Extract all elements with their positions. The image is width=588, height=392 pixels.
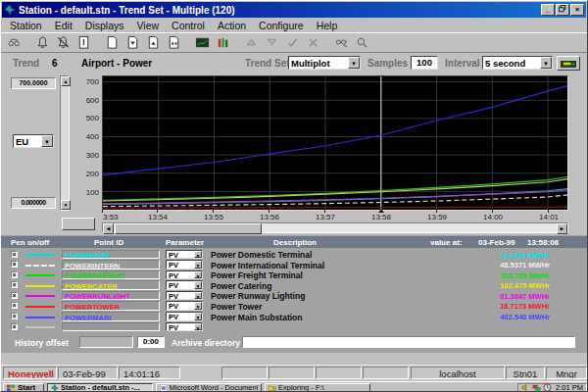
archive-directory-input[interactable] bbox=[242, 336, 575, 348]
lower-icon[interactable] bbox=[262, 34, 282, 52]
chevron-down-icon[interactable]: ▼ bbox=[194, 261, 202, 269]
horizontal-scrollbar[interactable]: ◀ ▶ bbox=[102, 222, 568, 233]
scroll-right-icon[interactable]: ▶ bbox=[557, 223, 567, 234]
start-button[interactable]: Start bbox=[3, 383, 44, 392]
history-offset-time[interactable]: 0:00 bbox=[137, 336, 165, 348]
operator-glasses-icon[interactable] bbox=[331, 34, 352, 52]
interval-value: 5 second bbox=[483, 57, 540, 69]
parameter-select[interactable]: PV▼ bbox=[166, 322, 203, 332]
trend-set-select[interactable]: Multiplot ▼ bbox=[288, 56, 361, 70]
zoom-icon[interactable] bbox=[352, 34, 372, 52]
page-icon[interactable] bbox=[102, 34, 122, 52]
pen-sample-line bbox=[25, 295, 55, 297]
menu-edit[interactable]: Edit bbox=[49, 19, 79, 32]
menu-action[interactable]: Action bbox=[212, 19, 253, 32]
menu-configure[interactable]: Configure bbox=[253, 19, 311, 32]
scroll-down-icon[interactable]: ▼ bbox=[61, 200, 71, 210]
pen-checkbox[interactable]: × bbox=[11, 271, 18, 278]
point-id-field[interactable]: POWERINTERN bbox=[62, 260, 160, 270]
scale-min-input[interactable]: 0.000000 bbox=[11, 197, 56, 209]
point-id-field[interactable]: POWERCATER bbox=[62, 280, 160, 290]
parameter-select[interactable]: PV▼ bbox=[166, 250, 203, 260]
parameter-select[interactable]: PV▼ bbox=[166, 260, 203, 270]
parameter-select[interactable]: PV▼ bbox=[166, 312, 203, 321]
volume-icon[interactable] bbox=[521, 383, 530, 392]
status-station: Stn01 bbox=[506, 367, 545, 379]
chevron-down-icon[interactable]: ▼ bbox=[194, 313, 202, 320]
pen-checkbox[interactable]: × bbox=[11, 251, 18, 258]
history-offset-input[interactable] bbox=[79, 336, 133, 348]
menu-help[interactable]: Help bbox=[311, 19, 345, 32]
interval-select[interactable]: 5 second ▼ bbox=[482, 56, 553, 70]
archive-directory-label: Archive directory bbox=[172, 338, 240, 348]
trend-plot[interactable] bbox=[102, 75, 568, 211]
chevron-down-icon[interactable]: ▼ bbox=[540, 57, 552, 69]
y-tick-label: 200 bbox=[86, 170, 99, 178]
pen-checkbox[interactable]: × bbox=[11, 323, 18, 330]
point-id-field[interactable]: POWERMAIN bbox=[62, 312, 160, 321]
chevron-down-icon[interactable]: ▼ bbox=[194, 281, 202, 289]
point-id-field[interactable]: POWERTOWER bbox=[62, 301, 160, 311]
scrollbar-thumb[interactable] bbox=[115, 223, 262, 234]
minimize-button[interactable]: _ bbox=[541, 4, 555, 16]
menu-displays[interactable]: Displays bbox=[79, 19, 131, 32]
chevron-down-icon[interactable]: ▼ bbox=[194, 271, 202, 279]
cursor-marker[interactable] bbox=[378, 209, 384, 213]
menu-station[interactable]: Station bbox=[4, 19, 49, 32]
find-icon[interactable] bbox=[4, 34, 24, 52]
explorer-icon bbox=[269, 384, 276, 392]
chevron-down-icon[interactable]: ▼ bbox=[194, 292, 202, 300]
chevron-down-icon[interactable]: ▼ bbox=[348, 57, 360, 69]
menu-control[interactable]: Control bbox=[166, 19, 212, 32]
network-icon[interactable] bbox=[532, 383, 541, 392]
raise-icon[interactable] bbox=[241, 34, 262, 52]
close-button[interactable]: × bbox=[570, 4, 584, 16]
chevron-down-icon[interactable]: ▼ bbox=[194, 251, 202, 259]
parameter-select[interactable]: PV▼ bbox=[166, 291, 203, 301]
alarm-message-icon[interactable]: ! bbox=[74, 34, 94, 52]
task-button-word[interactable]: WMicrosoft Word - Document5 bbox=[156, 383, 262, 392]
point-id-field[interactable]: POWERFREIGHT bbox=[62, 270, 160, 280]
chevron-down-icon[interactable]: ▼ bbox=[194, 323, 202, 331]
scale-max-input[interactable]: 700.0000 bbox=[11, 77, 56, 89]
print-trend-button[interactable] bbox=[557, 56, 580, 71]
scroll-up-icon[interactable]: ▲ bbox=[61, 76, 71, 86]
point-id-field[interactable]: POWERDOM bbox=[62, 250, 160, 260]
svg-text:W: W bbox=[161, 384, 166, 390]
chevron-down-icon[interactable]: ▼ bbox=[194, 302, 202, 310]
parameter-select[interactable]: PV▼ bbox=[166, 301, 203, 311]
page-up-icon[interactable] bbox=[143, 34, 164, 52]
alarm-disable-icon[interactable] bbox=[53, 34, 74, 52]
pen-checkbox[interactable]: × bbox=[11, 281, 18, 288]
scroll-left-icon[interactable]: ◀ bbox=[103, 223, 114, 234]
accept-icon[interactable] bbox=[282, 34, 303, 52]
restore-button[interactable] bbox=[556, 4, 569, 16]
pen-checkbox[interactable]: × bbox=[11, 302, 18, 309]
pen-checkbox[interactable]: × bbox=[11, 261, 18, 268]
windows-taskbar: Start Station - default.stn -...WMicroso… bbox=[1, 381, 588, 392]
alarm-icon[interactable] bbox=[32, 34, 53, 52]
pen-checkbox[interactable]: × bbox=[11, 313, 18, 319]
tray-app-icon[interactable] bbox=[543, 383, 552, 392]
group-display-icon[interactable] bbox=[213, 34, 233, 52]
vertical-scrollbar[interactable]: ▲ ▼ bbox=[60, 75, 70, 211]
eu-select[interactable]: EU ▼ bbox=[13, 134, 54, 148]
pen-checkbox[interactable]: × bbox=[11, 292, 18, 299]
chevron-down-icon[interactable]: ▼ bbox=[41, 135, 53, 147]
taskbar-clock[interactable]: 2:01 PM bbox=[556, 383, 583, 392]
page-down-icon[interactable] bbox=[122, 34, 143, 52]
parameter-select[interactable]: PV▼ bbox=[166, 280, 203, 290]
task-button-station[interactable]: Station - default.stn -... bbox=[47, 383, 153, 392]
point-id-field[interactable]: POWERRUNLIGHT bbox=[62, 291, 160, 301]
cancel-icon[interactable] bbox=[303, 34, 323, 52]
task-button-explorer[interactable]: Exploring - F:\ bbox=[265, 383, 370, 392]
trend-display-icon[interactable] bbox=[192, 34, 213, 52]
menu-view[interactable]: View bbox=[130, 19, 166, 32]
page-back-icon[interactable] bbox=[164, 34, 184, 52]
point-id-field[interactable] bbox=[62, 322, 160, 332]
corner-button[interactable] bbox=[62, 218, 95, 230]
pen-row-powercater: ×POWERCATERPV▼Power Catering102.475 MWHr bbox=[1, 280, 588, 291]
samples-input[interactable]: 100 bbox=[411, 56, 438, 70]
parameter-select[interactable]: PV▼ bbox=[166, 270, 203, 280]
title-bar[interactable]: Station - default.stn - Trend Set - Mult… bbox=[2, 2, 586, 18]
